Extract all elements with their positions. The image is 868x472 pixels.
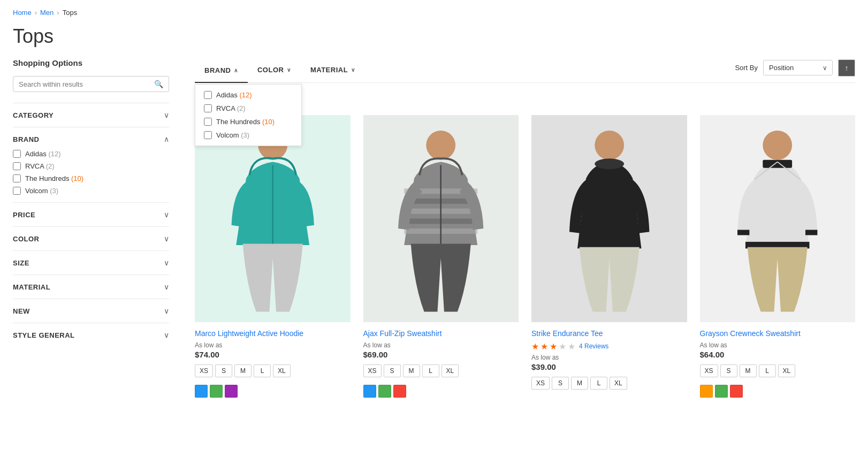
review-count-3[interactable]: 4 Reviews [579,342,608,350]
size-xl-4[interactable]: XL [778,364,796,377]
rating-stars-3: ★ ★ ★ ★ ★ 4 Reviews [531,341,687,352]
star-3: ★ [550,341,557,352]
filter-category-title: CATEGORY [13,111,54,119]
chevron-down-icon: ∨ [164,258,169,267]
size-options-3: XS S M L XL [531,377,687,390]
size-l-1[interactable]: L [254,364,271,377]
color-swatch-red-2[interactable] [393,385,406,398]
color-filter-label: COLOR [257,66,284,74]
filter-price-header[interactable]: PRICE ∨ [13,210,169,219]
size-xs-2[interactable]: XS [363,364,382,377]
dropdown-label-hundreds[interactable]: The Hundreds (10) [216,118,275,126]
filter-style-header[interactable]: STYLE GENERAL ∨ [13,331,169,339]
color-swatches-4 [700,385,856,398]
size-s-4[interactable]: S [720,364,737,377]
svg-rect-12 [763,160,792,168]
filter-category-header[interactable]: CATEGORY ∨ [13,111,169,119]
svg-point-11 [763,131,792,160]
product-name-3[interactable]: Strike Endurance Tee [531,329,687,339]
filter-material-header[interactable]: MATERIAL ∨ [13,283,169,291]
product-image-2[interactable] [363,115,519,322]
material-filter-label: MATERIAL [310,66,348,74]
size-l-2[interactable]: L [422,364,439,377]
filter-section-material: MATERIAL ∨ [13,275,169,299]
svg-point-10 [595,159,624,170]
color-swatch-green-4[interactable] [715,385,728,398]
dropdown-checkbox-volcom[interactable] [204,131,212,139]
star-4: ★ [559,341,566,352]
brand-checkbox-volcom[interactable] [13,187,21,195]
size-m-3[interactable]: M [571,377,588,390]
filter-color-header[interactable]: COLOR ∨ [13,234,169,243]
svg-rect-15 [805,230,817,235]
brand-label-rvca[interactable]: RVCA (2) [25,162,55,170]
color-swatch-purple-1[interactable] [225,385,238,398]
color-swatch-green-2[interactable] [378,385,391,398]
breadcrumb-men[interactable]: Men [40,9,54,17]
size-xl-3[interactable]: XL [610,377,627,390]
sort-select-wrap: Position Name Price Rating ∨ [763,60,833,75]
size-s-1[interactable]: S [215,364,232,377]
size-s-2[interactable]: S [384,364,401,377]
product-price-label-1: As low as [195,341,351,349]
material-filter-button[interactable]: MATERIAL ∨ [301,58,365,82]
size-xs-3[interactable]: XS [531,377,550,390]
search-icon: 🔍 [154,80,163,88]
size-m-1[interactable]: M [234,364,252,377]
brand-checkbox-hundreds[interactable] [13,174,21,182]
dropdown-label-volcom[interactable]: Volcom (3) [216,131,249,139]
color-swatch-blue-1[interactable] [195,385,208,398]
product-image-4[interactable] [700,115,856,322]
color-filter-button[interactable]: COLOR ∨ [248,58,301,82]
filter-brand-header[interactable]: BRAND ∧ [13,135,169,143]
size-options-1: XS S M L XL [195,364,351,377]
sort-select[interactable]: Position Name Price Rating [763,60,833,75]
brand-checkbox-rvca[interactable] [13,162,21,170]
breadcrumb-home[interactable]: Home [13,9,32,17]
size-m-4[interactable]: M [740,364,757,377]
filter-bar: BRAND ∧ COLOR ∨ MATERIAL ∨ Sort By Pos [195,58,855,83]
brand-dropdown: Adidas (12) RVCA (2) The Hundreds (10) V… [195,84,302,146]
product-price-label-4: As low as [700,341,856,349]
brand-option-volcom: Volcom (3) [13,187,169,195]
filter-size-header[interactable]: SIZE ∨ [13,258,169,267]
product-price-label-3: As low as [531,354,687,361]
breadcrumb-sep-2: › [57,9,59,17]
size-l-3[interactable]: L [590,377,607,390]
dropdown-checkbox-hundreds[interactable] [204,118,212,126]
sort-direction-button[interactable]: ↑ [838,59,855,77]
color-swatch-green-1[interactable] [210,385,223,398]
dropdown-checkbox-adidas[interactable] [204,91,212,99]
color-swatch-red-4[interactable] [730,385,743,398]
size-m-2[interactable]: M [403,364,420,377]
brand-label-adidas[interactable]: Adidas (12) [25,150,61,158]
brand-label-hundreds[interactable]: The Hundreds (10) [25,174,83,182]
size-xl-2[interactable]: XL [441,364,459,377]
size-xs-1[interactable]: XS [195,364,213,377]
brand-label-volcom[interactable]: Volcom (3) [25,187,58,195]
size-s-3[interactable]: S [552,377,569,390]
product-card-2: Ajax Full-Zip Sweatshirt As low as $69.0… [363,115,519,398]
filter-section-color: COLOR ∨ [13,226,169,250]
search-within-input[interactable] [19,80,154,88]
product-image-3[interactable] [531,115,687,322]
product-name-2[interactable]: Ajax Full-Zip Sweatshirt [363,329,519,339]
product-figure-4 [707,125,847,312]
dropdown-option-adidas: Adidas (12) [204,91,293,99]
chevron-down-icon: ∨ [351,67,355,73]
filter-new-header[interactable]: NEW ∨ [13,307,169,315]
star-2: ★ [540,341,548,352]
product-name-4[interactable]: Grayson Crewneck Sweatshirt [700,329,856,339]
size-xl-1[interactable]: XL [273,364,291,377]
dropdown-label-rvca[interactable]: RVCA (2) [216,104,246,112]
brand-filter-button[interactable]: BRAND ∧ [195,59,248,83]
dropdown-label-adidas[interactable]: Adidas (12) [216,91,252,99]
color-swatch-blue-2[interactable] [363,385,376,398]
dropdown-checkbox-rvca[interactable] [204,104,212,112]
product-image-1[interactable] [195,115,351,322]
product-name-1[interactable]: Marco Lightweight Active Hoodie [195,329,351,339]
size-xs-4[interactable]: XS [700,364,718,377]
color-swatch-orange-4[interactable] [700,385,713,398]
brand-checkbox-adidas[interactable] [13,150,21,158]
size-l-4[interactable]: L [759,364,776,377]
